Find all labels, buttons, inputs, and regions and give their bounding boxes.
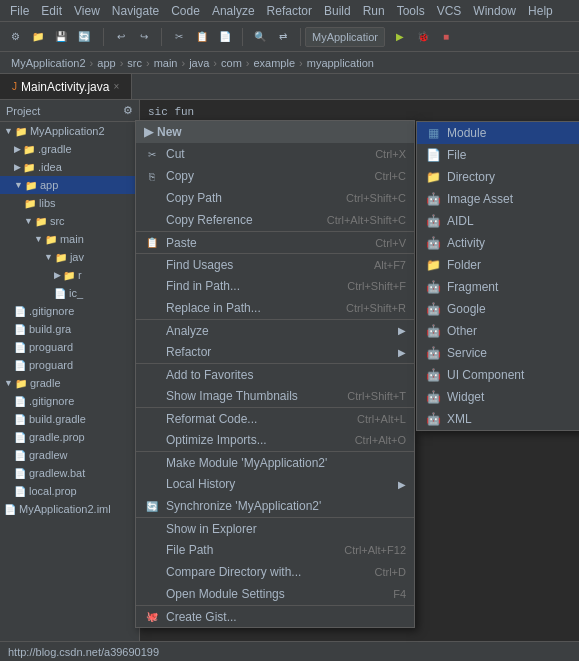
breadcrumb-src[interactable]: src <box>124 57 145 69</box>
submenu-ui-component[interactable]: 🤖 UI Component ▶ <box>417 364 579 386</box>
ctx-paste[interactable]: 📋 Paste Ctrl+V <box>136 231 414 253</box>
submenu-google[interactable]: 🤖 Google ▶ <box>417 298 579 320</box>
tab-mainactivity[interactable]: J MainActivity.java × <box>0 74 132 99</box>
breadcrumb-java[interactable]: java <box>186 57 212 69</box>
ctx-refactor[interactable]: Refactor ▶ <box>136 341 414 363</box>
ctx-image-thumbnails[interactable]: Show Image Thumbnails Ctrl+Shift+T <box>136 385 414 407</box>
ctx-module-settings[interactable]: Open Module Settings F4 <box>136 583 414 605</box>
menu-edit[interactable]: Edit <box>35 2 68 20</box>
tree-gradlew[interactable]: 📄 gradlew <box>0 446 139 464</box>
ctx-synchronize[interactable]: 🔄 Synchronize 'MyApplication2' <box>136 495 414 517</box>
toolbar-redo[interactable]: ↪ <box>133 26 155 48</box>
menu-run[interactable]: Run <box>357 2 391 20</box>
tree-gitignore2[interactable]: 📄 .gitignore <box>0 392 139 410</box>
toolbar-btn-3[interactable]: 💾 <box>50 26 72 48</box>
menu-file[interactable]: File <box>4 2 35 20</box>
tree-gradle-folder[interactable]: ▼ 📁 gradle <box>0 374 139 392</box>
submenu-activity[interactable]: 🤖 Activity ▶ <box>417 232 579 254</box>
breadcrumb-myapp[interactable]: myapplication <box>304 57 377 69</box>
menu-view[interactable]: View <box>68 2 106 20</box>
menu-refactor[interactable]: Refactor <box>261 2 318 20</box>
ctx-replace-in-path[interactable]: Replace in Path... Ctrl+Shift+R <box>136 297 414 319</box>
tree-proguard2[interactable]: 📄 proguard <box>0 356 139 374</box>
tree-main[interactable]: ▼ 📁 main <box>0 230 139 248</box>
ctx-make-module[interactable]: Make Module 'MyApplication2' <box>136 451 414 473</box>
menu-window[interactable]: Window <box>467 2 522 20</box>
analyze-icon <box>144 323 160 339</box>
tree-myapp-iml[interactable]: 📄 MyApplication2.iml <box>0 500 139 518</box>
breadcrumb-root[interactable]: MyApplication2 <box>8 57 89 69</box>
tree-gradlewbat[interactable]: 📄 gradlew.bat <box>0 464 139 482</box>
toolbar-search[interactable]: 🔍 <box>249 26 271 48</box>
menu-vcs[interactable]: VCS <box>431 2 468 20</box>
toolbar-cut[interactable]: ✂ <box>168 26 190 48</box>
toolbar-btn-2[interactable]: 📁 <box>27 26 49 48</box>
ctx-create-gist[interactable]: 🐙 Create Gist... <box>136 605 414 627</box>
toolbar-replace[interactable]: ⇄ <box>272 26 294 48</box>
tree-libs[interactable]: 📁 libs <box>0 194 139 212</box>
submenu-xml[interactable]: 🤖 XML ▶ <box>417 408 579 430</box>
ctx-local-history[interactable]: Local History ▶ <box>136 473 414 495</box>
breadcrumb-app[interactable]: app <box>94 57 118 69</box>
tree-r[interactable]: ▶ 📁 r <box>0 266 139 284</box>
toolbar-sync[interactable]: 🔄 <box>73 26 95 48</box>
submenu-image-asset[interactable]: 🤖 Image Asset <box>417 188 579 210</box>
ctx-find-in-path[interactable]: Find in Path... Ctrl+Shift+F <box>136 275 414 297</box>
project-path-input[interactable] <box>305 27 385 47</box>
toolbar-undo[interactable]: ↩ <box>110 26 132 48</box>
ctx-optimize-imports[interactable]: Optimize Imports... Ctrl+Alt+O <box>136 429 414 451</box>
toolbar-debug[interactable]: 🐞 <box>412 26 434 48</box>
submenu-widget[interactable]: 🤖 Widget ▶ <box>417 386 579 408</box>
tab-close-icon[interactable]: × <box>113 81 119 92</box>
ctx-show-explorer[interactable]: Show in Explorer <box>136 517 414 539</box>
tree-root[interactable]: ▼ 📁 MyApplication2 <box>0 122 139 140</box>
reformat-icon <box>144 411 160 427</box>
menu-build[interactable]: Build <box>318 2 357 20</box>
breadcrumb-main[interactable]: main <box>151 57 181 69</box>
tree-idea[interactable]: ▶ 📁 .idea <box>0 158 139 176</box>
submenu-directory[interactable]: 📁 Directory <box>417 166 579 188</box>
menu-navigate[interactable]: Navigate <box>106 2 165 20</box>
ctx-copy[interactable]: ⎘ Copy Ctrl+C <box>136 165 414 187</box>
tree-buildgra[interactable]: 📄 build.gra <box>0 320 139 338</box>
ctx-copy-reference[interactable]: Copy Reference Ctrl+Alt+Shift+C <box>136 209 414 231</box>
menu-analyze[interactable]: Analyze <box>206 2 261 20</box>
submenu-folder[interactable]: 📁 Folder ▶ <box>417 254 579 276</box>
toolbar-paste[interactable]: 📄 <box>214 26 236 48</box>
tree-buildgradle[interactable]: 📄 build.gradle <box>0 410 139 428</box>
toolbar-run[interactable]: ▶ <box>389 26 411 48</box>
tree-gradle[interactable]: ▶ 📁 .gradle <box>0 140 139 158</box>
ctx-find-usages[interactable]: Find Usages Alt+F7 <box>136 253 414 275</box>
ctx-add-favorites[interactable]: Add to Favorites <box>136 363 414 385</box>
ctx-copy-path[interactable]: Copy Path Ctrl+Shift+C <box>136 187 414 209</box>
tree-src[interactable]: ▼ 📁 src <box>0 212 139 230</box>
ctx-file-path[interactable]: File Path Ctrl+Alt+F12 <box>136 539 414 561</box>
submenu-module[interactable]: ▦ Module <box>417 122 579 144</box>
sidebar-settings-icon[interactable]: ⚙ <box>123 104 133 117</box>
menu-tools[interactable]: Tools <box>391 2 431 20</box>
compare-icon <box>144 564 160 580</box>
breadcrumb-com[interactable]: com <box>218 57 245 69</box>
tree-gitignore[interactable]: 📄 .gitignore <box>0 302 139 320</box>
submenu-aidl[interactable]: 🤖 AIDL ▶ <box>417 210 579 232</box>
ctx-analyze[interactable]: Analyze ▶ <box>136 319 414 341</box>
submenu-fragment[interactable]: 🤖 Fragment ▶ <box>417 276 579 298</box>
submenu-service[interactable]: 🤖 Service ▶ <box>417 342 579 364</box>
ctx-reformat[interactable]: Reformat Code... Ctrl+Alt+L <box>136 407 414 429</box>
menu-code[interactable]: Code <box>165 2 206 20</box>
tree-proguard1[interactable]: 📄 proguard <box>0 338 139 356</box>
tree-localprop[interactable]: 📄 local.prop <box>0 482 139 500</box>
ctx-compare-dir[interactable]: Compare Directory with... Ctrl+D <box>136 561 414 583</box>
ctx-cut[interactable]: ✂ Cut Ctrl+X <box>136 143 414 165</box>
toolbar-copy[interactable]: 📋 <box>191 26 213 48</box>
tree-gradleprop[interactable]: 📄 gradle.prop <box>0 428 139 446</box>
breadcrumb-example[interactable]: example <box>250 57 298 69</box>
tree-app[interactable]: ▼ 📁 app <box>0 176 139 194</box>
toolbar-btn-1[interactable]: ⚙ <box>4 26 26 48</box>
menu-help[interactable]: Help <box>522 2 559 20</box>
submenu-file[interactable]: 📄 File <box>417 144 579 166</box>
submenu-other[interactable]: 🤖 Other ▶ <box>417 320 579 342</box>
tree-java[interactable]: ▼ 📁 jav <box>0 248 139 266</box>
tree-ic[interactable]: 📄 ic_ <box>0 284 139 302</box>
toolbar-stop[interactable]: ■ <box>435 26 457 48</box>
